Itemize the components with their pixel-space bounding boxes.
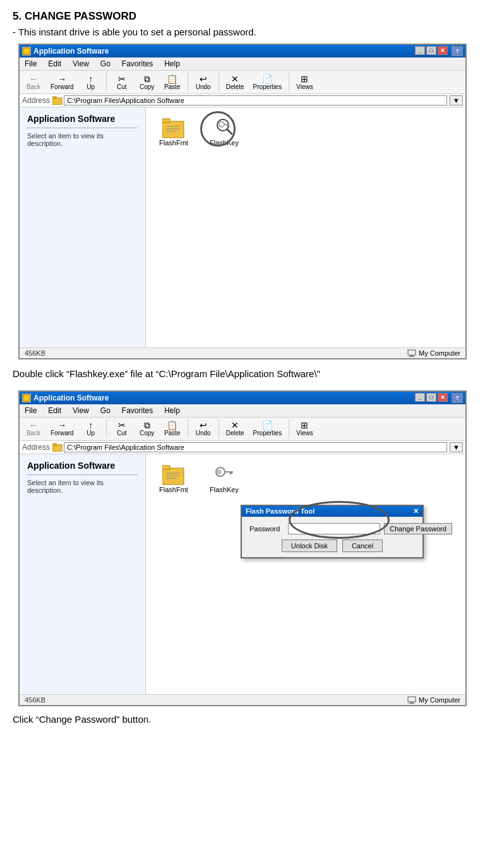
- maximize-button-1[interactable]: □: [426, 46, 436, 55]
- content-area-1: FlashFmt FlashKey: [146, 107, 465, 347]
- menu-help-1[interactable]: Help: [162, 59, 183, 69]
- properties-icon-1: 📄: [262, 75, 273, 83]
- views-icon-2: ⊞: [301, 421, 308, 430]
- unlock-disk-button[interactable]: Unlock Disk: [282, 539, 337, 552]
- undo-icon-1: ↩: [200, 75, 207, 83]
- menu-view-2[interactable]: View: [70, 406, 92, 416]
- toolbar-1: ← Back → Forward ↑ Up ✂ Cut ⧉ Copy 📋 Pas…: [20, 71, 465, 94]
- close-button-2[interactable]: ✕: [438, 393, 448, 402]
- final-text: Click “Change Password” button.: [13, 714, 472, 725]
- cut-button-2[interactable]: ✂ Cut: [111, 419, 133, 438]
- svg-line-9: [227, 130, 232, 134]
- address-value-2[interactable]: C:\Program Files\Application Software: [64, 442, 447, 452]
- views-label-2: Views: [296, 430, 313, 437]
- back-label-2: Back: [27, 430, 40, 437]
- toolbar-2: ← Back → Forward ↑ Up ✂ Cut ⧉ Copy 📋 Pas…: [20, 418, 465, 441]
- cut-button-1[interactable]: ✂ Cut: [111, 73, 133, 92]
- dialog-close-icon[interactable]: ✕: [413, 507, 419, 515]
- file-flashfmt-1[interactable]: FlashFmt: [155, 116, 193, 147]
- address-dropdown-1[interactable]: ▼: [450, 95, 463, 105]
- close-button-1[interactable]: ✕: [438, 46, 448, 55]
- views-button-1[interactable]: ⊞ Views: [293, 73, 316, 92]
- cancel-button-dialog[interactable]: Cancel: [342, 539, 383, 552]
- window-title-2: Application Software: [33, 394, 109, 402]
- properties-button-1[interactable]: 📄 Properties: [250, 73, 285, 92]
- password-input[interactable]: [288, 523, 380, 534]
- delete-button-2[interactable]: ✕ Delete: [223, 419, 248, 438]
- copy-button-1[interactable]: ⧉ Copy: [136, 73, 159, 92]
- menu-go-2[interactable]: Go: [98, 406, 113, 416]
- back-button-1[interactable]: ← Back: [22, 73, 45, 92]
- svg-rect-2: [52, 97, 56, 99]
- forward-button-2[interactable]: → Forward: [47, 419, 77, 438]
- sidebar-desc-2: Select an item to view its description.: [27, 479, 138, 494]
- properties-icon-2: 📄: [262, 421, 273, 430]
- content-area-2: FlashFmt FlashKey Flash Password Tool: [146, 454, 465, 694]
- menu-go-1[interactable]: Go: [98, 59, 113, 69]
- delete-label-1: Delete: [226, 83, 244, 90]
- cut-icon-1: ✂: [118, 75, 126, 83]
- back-button-2[interactable]: ← Back: [22, 419, 45, 438]
- properties-label-2: Properties: [253, 430, 282, 437]
- window-title-1: Application Software: [33, 47, 109, 56]
- svg-rect-15: [410, 355, 414, 356]
- maximize-button-2[interactable]: □: [426, 393, 436, 402]
- menu-edit-2[interactable]: Edit: [45, 406, 64, 416]
- svg-rect-14: [408, 350, 416, 355]
- file-flashfmt-2[interactable]: FlashFmt: [155, 463, 193, 493]
- menu-view-1[interactable]: View: [70, 59, 92, 69]
- properties-button-2[interactable]: 📄 Properties: [250, 419, 285, 438]
- computer-icon-2: [407, 696, 416, 704]
- status-mycomputer-2: My Computer: [419, 696, 460, 704]
- folder-small-icon-2: [52, 443, 63, 452]
- up-button-1[interactable]: ↑ Up: [80, 73, 102, 92]
- paste-button-1[interactable]: 📋 Paste: [161, 73, 184, 92]
- minimize-button-1[interactable]: _: [415, 46, 425, 55]
- address-value-1[interactable]: C:\Program Files\Application Software: [64, 95, 447, 105]
- undo-button-2[interactable]: ↩ Undo: [192, 419, 215, 438]
- dialog-buttons-row: Unlock Disk Cancel: [249, 539, 415, 552]
- delete-button-1[interactable]: ✕ Delete: [223, 73, 248, 92]
- explorer-window-2: Application Software _ □ ✕ ? File Edit V…: [18, 390, 467, 706]
- back-icon-1: ←: [29, 75, 38, 83]
- menu-help-2[interactable]: Help: [162, 406, 183, 416]
- password-dialog: Flash Password Tool ✕ Password Change Pa…: [241, 505, 424, 558]
- menu-favorites-2[interactable]: Favorites: [119, 406, 155, 416]
- minimize-button-2[interactable]: _: [415, 393, 425, 402]
- titlebar-2: Application Software _ □ ✕ ?: [20, 392, 465, 404]
- svg-rect-20: [162, 468, 184, 485]
- menu-favorites-1[interactable]: Favorites: [119, 59, 155, 69]
- copy-label-1: Copy: [140, 83, 154, 90]
- titlebar-1: Application Software _ □ ✕ ?: [20, 45, 465, 57]
- menu-edit-1[interactable]: Edit: [45, 59, 64, 69]
- extra-button-1[interactable]: ?: [452, 46, 463, 56]
- svg-rect-31: [410, 702, 414, 703]
- file-flashkey-1[interactable]: FlashKey: [205, 116, 243, 147]
- views-button-2[interactable]: ⊞ Views: [293, 419, 316, 438]
- undo-button-1[interactable]: ↩ Undo: [192, 73, 215, 92]
- file-flashkey-2[interactable]: FlashKey: [205, 463, 243, 493]
- toolbar-sep-3: [219, 73, 219, 92]
- forward-button-1[interactable]: → Forward: [47, 73, 77, 92]
- addressbar-1: Address C:\Program Files\Application Sof…: [20, 94, 465, 107]
- up-button-2[interactable]: ↑ Up: [80, 419, 102, 438]
- properties-label-1: Properties: [253, 83, 282, 90]
- flashkey-label-2: FlashKey: [210, 486, 239, 493]
- toolbar-sep-4: [289, 73, 289, 92]
- menu-file-2[interactable]: File: [22, 406, 39, 416]
- change-password-button[interactable]: Change Password: [384, 523, 452, 534]
- svg-rect-4: [162, 119, 170, 123]
- window-icon-1: [22, 47, 31, 56]
- cut-label-1: Cut: [117, 83, 127, 90]
- flashfmt-label-2: FlashFmt: [159, 486, 188, 493]
- flashfmt-icon-2: [162, 463, 185, 486]
- paste-button-2[interactable]: 📋 Paste: [161, 419, 184, 438]
- copy-button-2[interactable]: ⧉ Copy: [136, 419, 159, 438]
- extra-button-2[interactable]: ?: [452, 393, 463, 403]
- folder-small-icon-1: [52, 96, 63, 105]
- explorer-window-1: Application Software _ □ ✕ ? File Edit V…: [18, 44, 467, 359]
- undo-label-1: Undo: [196, 83, 211, 90]
- copy-label-2: Copy: [140, 430, 154, 437]
- address-dropdown-2[interactable]: ▼: [450, 442, 463, 452]
- menu-file-1[interactable]: File: [22, 59, 39, 69]
